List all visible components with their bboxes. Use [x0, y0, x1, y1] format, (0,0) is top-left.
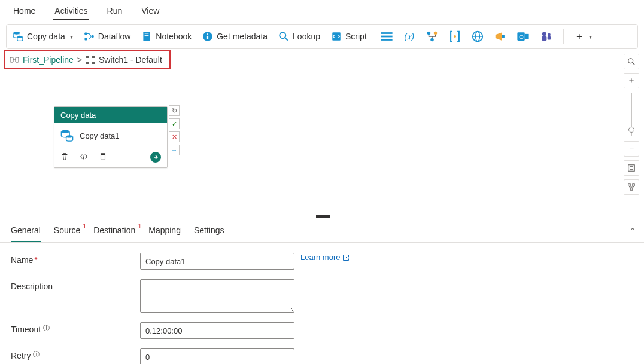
name-label: Name* [11, 253, 140, 265]
retry-label: Retryi [11, 348, 140, 360]
dataflow-button[interactable]: Dataflow [84, 31, 130, 42]
activity-card[interactable]: Copy data Copy data1 [54, 106, 168, 168]
code-icon[interactable] [80, 152, 88, 163]
zoom-slider[interactable] [631, 93, 632, 136]
retry-input[interactable] [140, 348, 294, 364]
breadcrumb-pipeline[interactable]: First_Pipeline [23, 55, 74, 65]
tab-home[interactable]: Home [12, 4, 37, 20]
get-metadata-label: Get metadata [217, 32, 268, 41]
copy-icon[interactable] [99, 152, 107, 163]
name-input[interactable] [140, 253, 294, 270]
globe-icon[interactable] [471, 30, 484, 43]
svg-point-0 [13, 32, 20, 35]
layout-icon[interactable] [624, 179, 639, 195]
svg-point-18 [434, 32, 438, 35]
breadcrumb-node: Switch1 - Default [99, 55, 162, 65]
megaphone-icon[interactable] [494, 30, 507, 43]
tab-view[interactable]: View [140, 4, 160, 20]
description-label: Description [11, 279, 140, 291]
svg-rect-35 [86, 56, 89, 58]
run-icon[interactable] [150, 152, 161, 163]
handle-skip[interactable]: ↻ [169, 105, 180, 116]
row-timeout: Timeouti [11, 322, 636, 339]
timeout-input[interactable] [140, 322, 294, 339]
tab-run[interactable]: Run [106, 4, 124, 20]
svg-point-17 [427, 32, 431, 35]
svg-rect-46 [628, 184, 631, 186]
panel-tabs: General Source1 Destination1 Mapping Set… [0, 219, 644, 243]
lookup-button[interactable]: Lookup [278, 31, 320, 42]
source-warn-badge: 1 [83, 223, 87, 230]
svg-rect-7 [145, 35, 149, 36]
activity-output-handles: ↻ ✓ ✕ → [169, 105, 180, 155]
row-name: Name* Learn more [11, 253, 636, 270]
dataflow-label: Dataflow [98, 32, 130, 41]
get-metadata-button[interactable]: Get metadata [202, 31, 268, 42]
zoom-in-button[interactable]: ＋ [624, 73, 639, 88]
flow-icon[interactable] [426, 30, 439, 43]
tab-destination-label: Destination [93, 225, 135, 235]
handle-completion[interactable]: → [169, 145, 180, 155]
canvas[interactable]: Copy data Copy data1 ↻ ✓ ✕ → [0, 71, 644, 218]
tab-source-label: Source [54, 225, 80, 235]
svg-rect-44 [628, 165, 635, 172]
svg-rect-48 [630, 188, 633, 191]
lookup-label: Lookup [293, 32, 320, 41]
teams-icon[interactable] [539, 30, 552, 43]
svg-point-10 [207, 33, 208, 35]
learn-more-link[interactable]: Learn more [300, 253, 350, 262]
info-icon[interactable]: i [33, 351, 40, 357]
card-header: Copy data [54, 107, 167, 123]
svg-rect-26 [525, 34, 529, 39]
svg-rect-6 [145, 33, 149, 33]
notebook-button[interactable]: Notebook [141, 31, 192, 42]
svg-rect-38 [92, 62, 95, 64]
script-button[interactable]: Script [331, 31, 367, 42]
tab-destination[interactable]: Destination1 [93, 225, 135, 242]
zoom-thumb[interactable] [628, 127, 634, 133]
svg-point-4 [91, 35, 94, 38]
svg-rect-33 [16, 57, 19, 62]
svg-point-40 [66, 135, 73, 137]
toolbar-separator [563, 29, 564, 44]
add-activity-button[interactable]: ＋▾ [575, 30, 592, 43]
tab-source[interactable]: Source1 [54, 225, 80, 242]
db-icon [60, 129, 74, 142]
svg-point-1 [17, 36, 23, 38]
svg-point-2 [84, 32, 87, 35]
svg-rect-31 [548, 36, 551, 40]
notebook-icon [141, 31, 152, 42]
search-canvas-icon[interactable] [624, 54, 639, 69]
svg-rect-13 [332, 32, 341, 41]
svg-line-43 [633, 63, 635, 65]
panel-resize-handle[interactable] [316, 215, 330, 218]
search-icon [278, 31, 289, 42]
handle-success[interactable]: ✓ [169, 118, 180, 129]
delete-icon[interactable] [60, 152, 69, 163]
variable-icon[interactable]: (𝑥) [403, 30, 416, 43]
tab-general[interactable]: General [11, 225, 41, 242]
svg-rect-41 [101, 154, 105, 160]
svg-point-20 [454, 35, 456, 38]
description-input[interactable] [140, 279, 294, 313]
copy-data-button[interactable]: Copy data ▾ [13, 31, 73, 42]
svg-point-39 [61, 130, 69, 133]
fit-screen-icon[interactable] [624, 160, 639, 176]
svg-rect-14 [381, 32, 392, 34]
bracket-icon[interactable] [448, 30, 461, 43]
info-icon[interactable]: i [43, 325, 50, 331]
zoom-out-button[interactable]: − [624, 141, 639, 157]
svg-point-3 [84, 38, 87, 41]
toolbar-icon-group: (𝑥) O [380, 30, 552, 43]
row-description: Description [11, 279, 636, 313]
db-icon [13, 31, 23, 42]
row-retry: Retryi [11, 348, 636, 364]
tab-mapping[interactable]: Mapping [148, 225, 181, 242]
collapse-panel-icon[interactable]: ⌃ [630, 227, 636, 235]
svg-rect-37 [86, 62, 89, 64]
handle-fail[interactable]: ✕ [169, 131, 180, 142]
list-icon[interactable] [380, 30, 393, 43]
tab-activities[interactable]: Activities [53, 4, 89, 20]
tab-settings-panel[interactable]: Settings [194, 225, 224, 242]
outlook-icon[interactable]: O [517, 30, 530, 43]
